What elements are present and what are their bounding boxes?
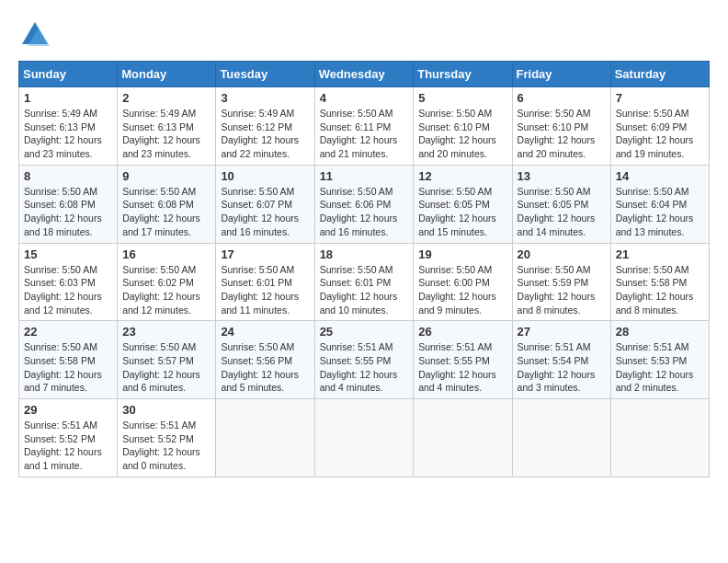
- day-number: 10: [221, 169, 309, 183]
- day-info: Sunrise: 5:49 AM Sunset: 6:13 PM Dayligh…: [122, 107, 210, 161]
- calendar-cell: 15 Sunrise: 5:50 AM Sunset: 6:03 PM Dayl…: [19, 243, 118, 321]
- day-info: Sunrise: 5:50 AM Sunset: 6:05 PM Dayligh…: [518, 185, 606, 239]
- day-of-week-thursday: Thursday: [414, 62, 512, 87]
- calendar-cell: 20 Sunrise: 5:50 AM Sunset: 5:59 PM Dayl…: [512, 243, 610, 321]
- day-info: Sunrise: 5:50 AM Sunset: 6:11 PM Dayligh…: [320, 107, 409, 161]
- day-info: Sunrise: 5:50 AM Sunset: 6:05 PM Dayligh…: [418, 185, 506, 239]
- calendar-cell: 17 Sunrise: 5:50 AM Sunset: 6:01 PM Dayl…: [216, 243, 314, 321]
- day-number: 27: [518, 325, 606, 339]
- day-info: Sunrise: 5:51 AM Sunset: 5:52 PM Dayligh…: [122, 419, 210, 473]
- calendar-week-4: 22 Sunrise: 5:50 AM Sunset: 5:58 PM Dayl…: [19, 321, 710, 399]
- calendar-cell: 14 Sunrise: 5:50 AM Sunset: 6:04 PM Dayl…: [610, 165, 709, 243]
- day-info: Sunrise: 5:50 AM Sunset: 6:02 PM Dayligh…: [122, 263, 210, 317]
- calendar-cell: 4 Sunrise: 5:50 AM Sunset: 6:11 PM Dayli…: [314, 87, 414, 166]
- calendar-cell: 18 Sunrise: 5:50 AM Sunset: 6:01 PM Dayl…: [314, 243, 414, 321]
- day-number: 1: [24, 91, 112, 105]
- day-number: 11: [320, 169, 409, 183]
- day-info: Sunrise: 5:50 AM Sunset: 6:01 PM Dayligh…: [320, 263, 409, 317]
- day-number: 5: [418, 91, 506, 105]
- calendar-cell: 28 Sunrise: 5:51 AM Sunset: 5:53 PM Dayl…: [610, 321, 709, 399]
- calendar-cell: 3 Sunrise: 5:49 AM Sunset: 6:12 PM Dayli…: [216, 87, 314, 166]
- day-info: Sunrise: 5:50 AM Sunset: 6:03 PM Dayligh…: [24, 263, 112, 317]
- calendar-cell: 26 Sunrise: 5:51 AM Sunset: 5:55 PM Dayl…: [414, 321, 512, 399]
- day-info: Sunrise: 5:50 AM Sunset: 6:00 PM Dayligh…: [418, 263, 506, 317]
- day-info: Sunrise: 5:50 AM Sunset: 5:56 PM Dayligh…: [221, 340, 309, 395]
- calendar-cell: 27 Sunrise: 5:51 AM Sunset: 5:54 PM Dayl…: [512, 321, 610, 399]
- day-number: 19: [418, 247, 506, 261]
- day-number: 30: [122, 403, 210, 417]
- day-number: 8: [24, 169, 112, 183]
- calendar-cell: 24 Sunrise: 5:50 AM Sunset: 5:56 PM Dayl…: [216, 321, 314, 399]
- day-number: 23: [122, 325, 210, 339]
- day-number: 28: [616, 325, 704, 339]
- calendar-cell: 9 Sunrise: 5:50 AM Sunset: 6:08 PM Dayli…: [118, 165, 216, 243]
- day-number: 6: [518, 91, 606, 105]
- day-number: 16: [122, 247, 210, 261]
- day-number: 24: [221, 325, 309, 339]
- calendar-cell: 19 Sunrise: 5:50 AM Sunset: 6:00 PM Dayl…: [414, 243, 512, 321]
- calendar-cell: 22 Sunrise: 5:50 AM Sunset: 5:58 PM Dayl…: [19, 321, 118, 399]
- calendar-week-2: 8 Sunrise: 5:50 AM Sunset: 6:08 PM Dayli…: [19, 165, 710, 243]
- day-number: 18: [320, 247, 409, 261]
- page-header: [18, 18, 710, 52]
- calendar-cell: 29 Sunrise: 5:51 AM Sunset: 5:52 PM Dayl…: [19, 399, 118, 477]
- day-info: Sunrise: 5:50 AM Sunset: 6:10 PM Dayligh…: [418, 107, 506, 161]
- day-of-week-wednesday: Wednesday: [314, 62, 414, 87]
- day-info: Sunrise: 5:50 AM Sunset: 6:09 PM Dayligh…: [616, 107, 704, 161]
- day-number: 14: [616, 169, 704, 183]
- day-of-week-friday: Friday: [512, 62, 610, 87]
- calendar-cell: 6 Sunrise: 5:50 AM Sunset: 6:10 PM Dayli…: [512, 87, 610, 166]
- calendar-cell: [512, 399, 610, 477]
- day-info: Sunrise: 5:49 AM Sunset: 6:12 PM Dayligh…: [221, 107, 309, 161]
- day-of-week-tuesday: Tuesday: [216, 62, 314, 87]
- day-number: 22: [24, 325, 112, 339]
- day-info: Sunrise: 5:49 AM Sunset: 6:13 PM Dayligh…: [24, 107, 112, 161]
- day-info: Sunrise: 5:50 AM Sunset: 5:57 PM Dayligh…: [122, 340, 210, 395]
- calendar-table: SundayMondayTuesdayWednesdayThursdayFrid…: [18, 61, 710, 477]
- day-of-week-saturday: Saturday: [610, 62, 709, 87]
- calendar-cell: 30 Sunrise: 5:51 AM Sunset: 5:52 PM Dayl…: [118, 399, 216, 477]
- calendar-cell: 5 Sunrise: 5:50 AM Sunset: 6:10 PM Dayli…: [414, 87, 512, 166]
- calendar-cell: 21 Sunrise: 5:50 AM Sunset: 5:58 PM Dayl…: [610, 243, 709, 321]
- day-number: 3: [221, 91, 309, 105]
- calendar-cell: 7 Sunrise: 5:50 AM Sunset: 6:09 PM Dayli…: [610, 87, 709, 166]
- calendar-week-3: 15 Sunrise: 5:50 AM Sunset: 6:03 PM Dayl…: [19, 243, 710, 321]
- calendar-cell: 16 Sunrise: 5:50 AM Sunset: 6:02 PM Dayl…: [118, 243, 216, 321]
- day-number: 2: [122, 91, 210, 105]
- calendar-cell: 1 Sunrise: 5:49 AM Sunset: 6:13 PM Dayli…: [19, 87, 118, 166]
- day-number: 20: [518, 247, 606, 261]
- day-number: 17: [221, 247, 309, 261]
- day-info: Sunrise: 5:50 AM Sunset: 5:58 PM Dayligh…: [24, 340, 112, 395]
- day-of-week-sunday: Sunday: [19, 62, 118, 87]
- day-info: Sunrise: 5:50 AM Sunset: 6:08 PM Dayligh…: [24, 185, 112, 239]
- calendar-cell: [610, 399, 709, 477]
- calendar-cell: 13 Sunrise: 5:50 AM Sunset: 6:05 PM Dayl…: [512, 165, 610, 243]
- day-number: 12: [418, 169, 506, 183]
- day-info: Sunrise: 5:50 AM Sunset: 6:06 PM Dayligh…: [320, 185, 409, 239]
- day-number: 7: [616, 91, 704, 105]
- calendar-week-1: 1 Sunrise: 5:49 AM Sunset: 6:13 PM Dayli…: [19, 87, 710, 166]
- logo: [18, 18, 55, 52]
- calendar-cell: 10 Sunrise: 5:50 AM Sunset: 6:07 PM Dayl…: [216, 165, 314, 243]
- day-number: 13: [518, 169, 606, 183]
- day-info: Sunrise: 5:50 AM Sunset: 6:01 PM Dayligh…: [221, 263, 309, 317]
- calendar-body: 1 Sunrise: 5:49 AM Sunset: 6:13 PM Dayli…: [19, 87, 710, 477]
- day-info: Sunrise: 5:51 AM Sunset: 5:52 PM Dayligh…: [24, 419, 112, 473]
- day-info: Sunrise: 5:50 AM Sunset: 5:58 PM Dayligh…: [616, 263, 704, 317]
- calendar-cell: 11 Sunrise: 5:50 AM Sunset: 6:06 PM Dayl…: [314, 165, 414, 243]
- day-of-week-monday: Monday: [118, 62, 216, 87]
- day-info: Sunrise: 5:51 AM Sunset: 5:55 PM Dayligh…: [418, 340, 506, 395]
- day-info: Sunrise: 5:51 AM Sunset: 5:53 PM Dayligh…: [616, 340, 704, 395]
- day-number: 21: [616, 247, 704, 261]
- day-number: 15: [24, 247, 112, 261]
- calendar-cell: 25 Sunrise: 5:51 AM Sunset: 5:55 PM Dayl…: [314, 321, 414, 399]
- calendar-cell: [414, 399, 512, 477]
- calendar-cell: [314, 399, 414, 477]
- day-info: Sunrise: 5:50 AM Sunset: 5:59 PM Dayligh…: [518, 263, 606, 317]
- day-number: 4: [320, 91, 409, 105]
- calendar-cell: 8 Sunrise: 5:50 AM Sunset: 6:08 PM Dayli…: [19, 165, 118, 243]
- logo-icon: [18, 18, 51, 52]
- day-number: 26: [418, 325, 506, 339]
- day-info: Sunrise: 5:50 AM Sunset: 6:08 PM Dayligh…: [122, 185, 210, 239]
- day-info: Sunrise: 5:50 AM Sunset: 6:07 PM Dayligh…: [221, 185, 309, 239]
